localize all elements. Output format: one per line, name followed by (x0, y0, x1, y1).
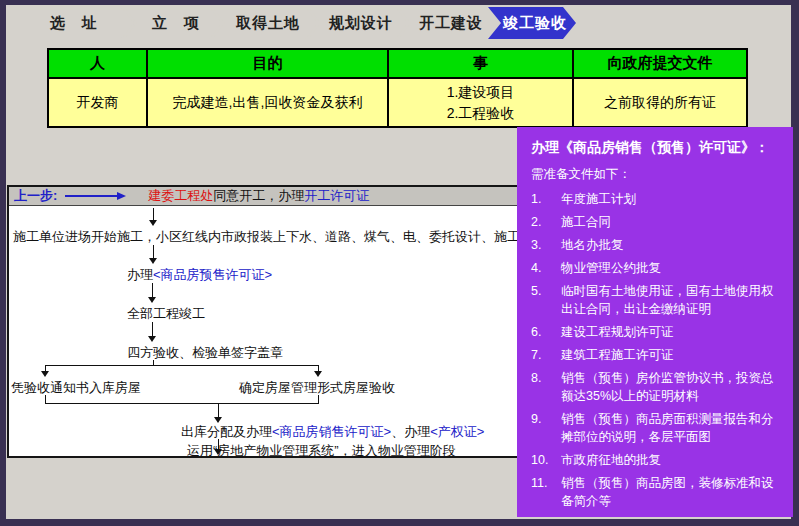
header-person: 人 (48, 49, 147, 78)
header-matter: 事 (388, 49, 573, 78)
nav-tab-wrap: 立 项 (134, 7, 222, 39)
cell-person: 开发商 (48, 78, 147, 127)
step-all-complete: 全部工程竣工 (127, 305, 205, 323)
nav-tab-wrap: 选 址 (8, 7, 134, 39)
connector-line (45, 395, 46, 403)
slide-canvas: 选 址 立 项 取得土地 规划设计 开工建设 竣工验收 人 目的 (0, 0, 799, 526)
step-construction: 施工单位进场开始施工，小区红线内市政报装上下水、道路、煤气、电、委托设计、施工 (13, 228, 520, 246)
list-item: 销售（预售）房价监管协议书，投资总额达35%以上的证明材料 (561, 369, 783, 405)
nav-tab-wrap: 取得土地 (222, 7, 318, 39)
process-nav: 选 址 立 项 取得土地 规划设计 开工建设 竣工验收 (8, 7, 576, 39)
blue-arrow-line (65, 195, 117, 197)
list-number: 1. (531, 190, 561, 208)
previous-step-permit-link: 开工许可证 (304, 188, 369, 203)
arrow-down-icon (314, 371, 322, 377)
list-number: 8. (531, 369, 561, 405)
header-documents: 向政府提交文件 (573, 49, 747, 78)
sales-permit-link: <商品房销售许可证> (272, 424, 391, 439)
branch-right-management: 确定房屋管理形式房屋验收 (239, 379, 395, 397)
required-documents-list: 1. 年度施工计划 2. 施工合同 3. 地名办批复 4. 物业管理公约批复 5… (531, 190, 783, 510)
previous-step-action: 同意开工，办理 (213, 188, 304, 203)
list-number: 3. (531, 236, 561, 254)
allocation-prefix: 出库分配及办理 (181, 424, 272, 439)
slide-background: 选 址 立 项 取得土地 规划设计 开工建设 竣工验收 人 目的 (6, 5, 791, 519)
list-number: 7. (531, 346, 561, 364)
list-item: 地名办批复 (561, 236, 783, 254)
nav-tab-project-approval[interactable]: 立 项 (124, 7, 222, 39)
list-number: 10. (531, 451, 561, 469)
nav-tab-completion-acceptance[interactable]: 竣工验收 (488, 7, 576, 39)
branch-merge-line (45, 403, 319, 404)
arrow-down-icon (149, 220, 157, 226)
branch-split-line (45, 365, 319, 366)
list-item: 销售（预售）商品房面积测量报告和分摊部位的说明，各层平面图 (561, 410, 783, 446)
step-final-system: 运用“房地产物业管理系统”，进入物业管理阶段 (187, 442, 456, 458)
connector-line (218, 403, 219, 417)
previous-step-agency: 建委工程处 (148, 188, 213, 203)
property-cert-link: <产权证> (430, 424, 484, 439)
flowchart-box: 上一步: 建委工程处同意开工，办理开工许可证 施工单位进场开始施工，小区红线内市… (7, 185, 523, 458)
connector-line (152, 283, 153, 297)
list-number: 6. (531, 323, 561, 341)
arrow-down-icon (148, 336, 156, 342)
step-presale-prefix: 办理 (127, 267, 153, 282)
presale-permit-link: <商品房预售许可证> (153, 267, 272, 282)
previous-step-text: 建委工程处同意开工，办理开工许可证 (148, 187, 369, 205)
nav-tab-wrap: 竣工验收 (498, 7, 576, 39)
summary-table: 人 目的 事 向政府提交文件 开发商 完成建造,出售,回收资金及获利 1.建设项… (47, 48, 748, 128)
matter-line-1: 1.建设项目 (447, 84, 515, 100)
cell-documents: 之前取得的所有证 (573, 78, 747, 127)
allocation-mid: 、办理 (391, 424, 430, 439)
list-number: 9. (531, 410, 561, 446)
nav-tab-wrap: 规划设计 (318, 7, 408, 39)
table-row: 开发商 完成建造,出售,回收资金及获利 1.建设项目 2.工程验收 之前取得的所… (48, 78, 747, 127)
list-number: 5. (531, 282, 561, 318)
step-presale-permit: 办理<商品房预售许可证> (127, 266, 272, 284)
list-item: 年度施工计划 (561, 190, 783, 208)
list-number: 11. (531, 474, 561, 510)
list-item: 市政府征地的批复 (561, 451, 783, 469)
cell-matter: 1.建设项目 2.工程验收 (388, 78, 573, 127)
panel-subtitle: 需准备文件如下： (531, 166, 783, 183)
nav-tab-site-selection[interactable]: 选 址 (8, 7, 134, 39)
matter-line-2: 2.工程验收 (447, 105, 515, 121)
cell-purpose: 完成建造,出售,回收资金及获利 (147, 78, 388, 127)
list-number: 2. (531, 213, 561, 231)
blue-arrow-head-icon (117, 192, 126, 200)
connector-line (152, 322, 153, 336)
presale-permit-panel: 办理《商品房销售（预售）许可证》： 需准备文件如下： 1. 年度施工计划 2. … (517, 127, 793, 517)
list-item: 施工合同 (561, 213, 783, 231)
list-item: 临时国有土地使用证，国有土地使用权出让合同，出让金缴纳证明 (561, 282, 783, 318)
nav-tab-land-acquisition[interactable]: 取得土地 (212, 7, 318, 39)
table-header-row: 人 目的 事 向政府提交文件 (48, 49, 747, 78)
arrow-down-icon (149, 258, 157, 264)
list-item: 销售（预售）商品房图，装修标准和设备简介等 (561, 474, 783, 510)
list-item: 物业管理公约批复 (561, 259, 783, 277)
header-purpose: 目的 (147, 49, 388, 78)
panel-title: 办理《商品房销售（预售）许可证》： (531, 139, 783, 157)
list-number: 4. (531, 259, 561, 277)
list-item: 建筑工程施工许可证 (561, 346, 783, 364)
list-item: 建设工程规划许可证 (561, 323, 783, 341)
arrow-down-icon (148, 297, 156, 303)
previous-step-label: 上一步: (14, 187, 57, 205)
connector-line (153, 208, 154, 220)
flowchart-header: 上一步: 建委工程处同意开工，办理开工许可证 (9, 187, 521, 206)
connector-line (318, 395, 319, 403)
step-inspection: 四方验收、检验单签字盖章 (127, 344, 283, 362)
step-allocation: 出库分配及办理<商品房销售许可证>、办理<产权证> (181, 423, 484, 441)
connector-line (153, 245, 154, 258)
nav-tab-wrap: 开工建设 (408, 7, 498, 39)
nav-tab-construction-start[interactable]: 开工建设 (398, 7, 498, 39)
branch-left-warehouse: 凭验收通知书入库房屋 (11, 379, 141, 397)
nav-tab-planning-design[interactable]: 规划设计 (308, 7, 408, 39)
arrow-down-icon (41, 371, 49, 377)
